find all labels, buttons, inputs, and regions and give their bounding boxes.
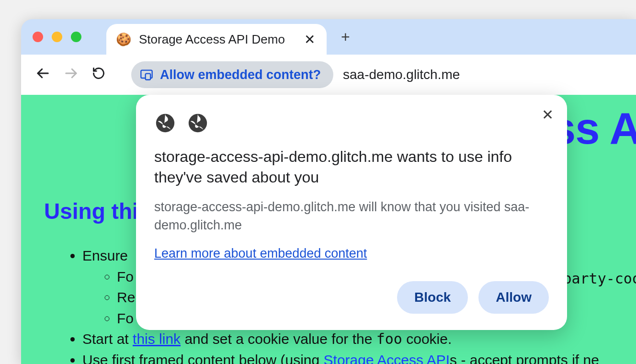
text: Start at — [82, 331, 133, 347]
forward-button[interactable] — [63, 66, 80, 84]
text: Ensure — [82, 248, 128, 263]
url-text[interactable]: saa-demo.glitch.me — [343, 67, 460, 82]
permission-chip[interactable]: Allow embedded content? — [131, 61, 333, 88]
close-icon[interactable]: ✕ — [542, 106, 554, 123]
embedded-content-icon — [140, 68, 153, 81]
back-button[interactable] — [34, 66, 51, 84]
allow-button[interactable]: Allow — [478, 281, 549, 314]
close-icon[interactable]: ✕ — [304, 32, 315, 47]
browser-window: 🍪 Storage Access API Demo ✕ + Allow embe… — [21, 19, 636, 364]
body-link[interactable]: Storage Access API — [324, 352, 450, 364]
svg-rect-3 — [146, 74, 151, 80]
reload-icon — [92, 67, 105, 80]
block-button[interactable]: Block — [397, 281, 468, 314]
window-close-button[interactable] — [33, 32, 43, 42]
prompt-heading: storage-access-api-demo.glitch.me wants … — [154, 147, 549, 188]
text: cookie. — [402, 331, 452, 347]
toolbar: Allow embedded content? saa-demo.glitch.… — [21, 55, 636, 95]
globe-icon — [187, 112, 209, 136]
learn-more-link[interactable]: Learn more about embedded content — [154, 246, 367, 261]
list-item: Start at this link and set a cookie valu… — [82, 329, 599, 350]
globe-icon — [154, 112, 176, 136]
text: and set a cookie value for the — [181, 331, 376, 347]
tab-favicon: 🍪 — [116, 32, 131, 47]
text: Re — [117, 289, 135, 305]
code-text: foo — [376, 330, 402, 347]
permission-chip-label: Allow embedded content? — [160, 68, 321, 82]
section-heading: Using this — [44, 198, 150, 224]
tab-strip: 🍪 Storage Access API Demo ✕ + — [21, 19, 636, 55]
arrow-left-icon — [35, 66, 50, 80]
omnibox: Allow embedded content? saa-demo.glitch.… — [131, 61, 460, 88]
prompt-icons — [154, 112, 549, 136]
window-controls — [33, 32, 81, 42]
arrow-right-icon — [64, 66, 79, 80]
new-tab-button[interactable]: + — [341, 28, 350, 46]
permission-prompt: ✕ storage-access-api-demo.glitch.me want… — [136, 95, 567, 330]
prompt-actions: Block Allow — [154, 281, 549, 314]
window-minimize-button[interactable] — [52, 32, 62, 42]
browser-tab[interactable]: 🍪 Storage Access API Demo ✕ — [106, 24, 327, 55]
text: Fo — [117, 310, 134, 326]
body-link[interactable]: this link — [133, 331, 181, 347]
tab-title: Storage Access API Demo — [139, 32, 296, 47]
list-item: Use first framed content below (using St… — [82, 350, 599, 364]
text: Use first framed content below (using — [82, 352, 324, 364]
text: s - accept prompts if ne — [450, 352, 599, 364]
text: Fo — [117, 269, 134, 284]
window-maximize-button[interactable] — [71, 32, 81, 42]
reload-button[interactable] — [92, 67, 105, 83]
prompt-description: storage-access-api-demo.glitch.me will k… — [154, 198, 549, 235]
